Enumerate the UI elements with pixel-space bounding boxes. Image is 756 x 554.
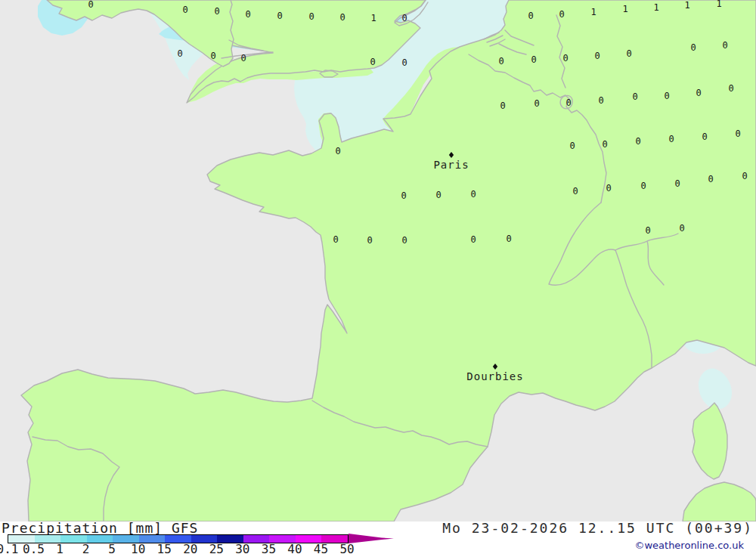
grid-value: 0 [333, 234, 338, 245]
grid-value: 0 [182, 5, 187, 15]
city-label: Dourbies [466, 370, 523, 382]
legend-label: 15 [157, 542, 172, 554]
grid-value: 0 [214, 6, 219, 17]
grid-value: 0 [401, 57, 407, 68]
legend-label: 45 [314, 542, 328, 554]
grid-value: 0 [645, 225, 650, 236]
weather-map-screenshot: 0000000100011111000000000000000000000000… [0, 0, 756, 554]
grid-value: 0 [632, 91, 637, 102]
grid-value: 1 [684, 0, 689, 11]
grid-value: 0 [559, 9, 564, 20]
grid-value: 0 [690, 42, 696, 53]
grid-value: 0 [531, 54, 536, 65]
grid-value: 0 [635, 136, 640, 147]
grid-value: 0 [594, 51, 600, 61]
grid-value: 0 [277, 11, 282, 21]
legend-label: 50 [339, 542, 354, 554]
legend-label: 2 [82, 542, 90, 554]
grid-value: 0 [696, 88, 701, 98]
grid-value: 0 [498, 56, 503, 67]
grid-value: 1 [622, 4, 627, 14]
grid-value: 1 [370, 13, 376, 23]
grid-value: 0 [708, 174, 713, 184]
grid-value: 0 [742, 171, 747, 181]
legend-label: 40 [287, 542, 302, 554]
legend-title: Precipitation [mm] GFS [2, 520, 198, 536]
grid-value: 0 [722, 40, 727, 51]
legend-label: 10 [131, 542, 145, 554]
grid-value: 0 [470, 234, 476, 245]
legend-label: 0.1 [0, 542, 18, 554]
grid-value: 0 [572, 186, 578, 197]
grid-value: 0 [702, 132, 707, 142]
grid-value: 0 [435, 190, 441, 200]
copyright: ©weatheronline.co.uk [634, 540, 744, 551]
grid-value: 0 [506, 234, 511, 244]
grid-value: 0 [728, 83, 733, 94]
grid-value: 0 [401, 190, 406, 201]
grid-value: 0 [735, 128, 740, 139]
bottom-bar: Precipitation [mm] GFS 0.10.512510152025… [0, 522, 756, 554]
precipitation-map: 0000000100011111000000000000000000000000… [0, 0, 756, 522]
grid-value: 0 [370, 57, 375, 67]
grid-value: 0 [528, 11, 533, 21]
grid-value: 0 [339, 12, 345, 23]
grid-value: 0 [210, 51, 215, 61]
grid-value: 0 [401, 13, 407, 23]
grid-value: 0 [500, 101, 505, 111]
grid-value: 1 [590, 7, 596, 17]
grid-value: 0 [308, 11, 314, 22]
grid-value: 0 [177, 48, 182, 59]
grid-value: 0 [679, 223, 684, 234]
grid-value: 0 [602, 139, 607, 150]
grid-value: 0 [565, 97, 571, 108]
grid-value: 0 [598, 95, 603, 106]
grid-value: 0 [401, 235, 407, 246]
legend-label: 20 [183, 542, 197, 554]
grid-value: 0 [569, 141, 575, 151]
grid-value: 1 [653, 2, 658, 13]
legend-label: 35 [262, 542, 276, 554]
forecast-datetime: Mo 23-02-2026 12..15 UTC (00+39) [442, 520, 753, 536]
legend-label: 1 [56, 542, 64, 554]
grid-value: 0 [88, 0, 93, 10]
legend-label: 0.5 [23, 542, 45, 554]
grid-value: 0 [534, 98, 539, 109]
legend-label: 5 [108, 542, 116, 554]
grid-value: 0 [640, 181, 646, 191]
grid-value: 0 [674, 178, 680, 189]
grid-value: 0 [668, 134, 674, 144]
grid-value: 0 [470, 189, 476, 200]
grid-value: 0 [562, 53, 568, 63]
legend-label: 30 [235, 542, 249, 554]
grid-value: 0 [367, 235, 372, 246]
grid-value: 0 [335, 146, 340, 156]
legend-labels: 0.10.5125101520253035404550 [0, 542, 423, 554]
grid-value: 0 [664, 91, 669, 101]
grid-value: 1 [716, 0, 721, 9]
grid-value: 0 [626, 48, 631, 59]
legend-label: 25 [209, 542, 224, 554]
grid-value: 0 [240, 53, 246, 63]
grid-value: 0 [606, 183, 611, 193]
grid-value: 0 [245, 9, 250, 20]
city-label: Paris [433, 159, 469, 171]
